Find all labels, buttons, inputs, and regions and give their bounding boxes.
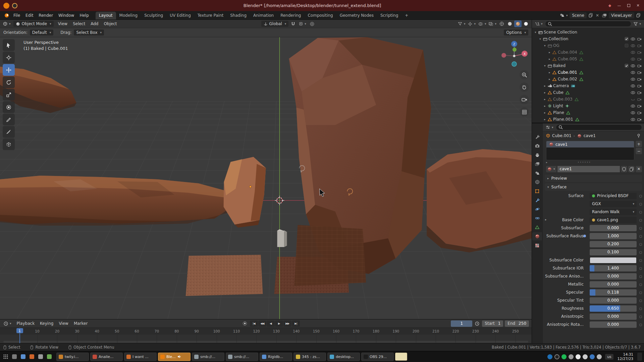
taskbar-app-345-zs[interactable]: 345 : zs... bbox=[293, 353, 326, 361]
outliner-row-camera[interactable]: ▸Camera bbox=[532, 82, 644, 89]
axis-negx-ball[interactable] bbox=[501, 53, 506, 58]
app-badge-icon[interactable] bbox=[12, 3, 17, 8]
ground-plane-left[interactable] bbox=[186, 255, 263, 296]
shadow-grid-mesh[interactable] bbox=[294, 225, 366, 286]
properties-tab-physics[interactable] bbox=[533, 205, 542, 213]
spotify-tray-icon[interactable] bbox=[561, 354, 567, 359]
shading-wireframe-button[interactable] bbox=[498, 20, 505, 27]
jump-to-start-button[interactable]: |◀ bbox=[250, 320, 258, 327]
prop-field-roughness[interactable]: 0.650 bbox=[590, 305, 637, 312]
overlays-button[interactable]: ▾ bbox=[477, 21, 487, 26]
keyframe-decorator-icon[interactable]: ○ bbox=[637, 266, 644, 270]
properties-tab-texture[interactable] bbox=[533, 241, 542, 249]
keyframe-decorator-icon[interactable]: ○ bbox=[637, 250, 644, 254]
disable-render-icon[interactable] bbox=[637, 111, 642, 114]
outliner-row-light[interactable]: ▸Light bbox=[532, 103, 644, 109]
keyframe-decorator-icon[interactable]: ○ bbox=[637, 218, 644, 222]
properties-editor-type-button[interactable]: ▾ bbox=[545, 125, 554, 130]
files-icon[interactable] bbox=[19, 353, 27, 360]
navigation-gizmo[interactable]: Z X bbox=[500, 39, 528, 69]
prop-field-base-color[interactable]: cave1.png bbox=[590, 217, 637, 223]
properties-tab-modifiers[interactable] bbox=[533, 196, 542, 204]
play-button[interactable]: ▶ bbox=[275, 320, 283, 327]
prop-field-subsurface-color[interactable] bbox=[590, 257, 637, 263]
hide-eye-icon[interactable] bbox=[630, 105, 636, 108]
end-frame-field[interactable]: End250 bbox=[505, 320, 529, 327]
preview-panel-header[interactable]: ▸ Preview bbox=[545, 175, 642, 182]
menu-help[interactable]: Help bbox=[77, 12, 91, 19]
3d-scene[interactable] bbox=[0, 37, 532, 319]
expander-icon[interactable]: ▸ bbox=[543, 118, 547, 121]
options-dropdown[interactable]: Options▾ bbox=[504, 29, 528, 36]
properties-tab-scene[interactable] bbox=[533, 169, 542, 177]
viewport-menu-object[interactable]: Object bbox=[101, 20, 119, 27]
viewport-menu-add[interactable]: Add bbox=[88, 20, 101, 27]
expander-icon[interactable]: ▸ bbox=[547, 51, 552, 54]
outliner-row-baked[interactable]: ▾Baked bbox=[532, 62, 644, 69]
clock[interactable]: 14:31 12/27/23 bbox=[618, 352, 633, 361]
3d-viewport[interactable]: User Perspective (1) Baked | Cube.001 Z … bbox=[0, 37, 532, 319]
transform-orientation-selector[interactable]: Global▾ bbox=[261, 21, 289, 27]
show-apps-icon[interactable] bbox=[11, 353, 18, 360]
prev-keyframe-button[interactable]: ◀◀ bbox=[258, 320, 266, 327]
taskbar-app-obs-29[interactable]: OBS 29... bbox=[361, 353, 394, 361]
breadcrumb-object[interactable]: Cube.001 bbox=[552, 133, 572, 138]
shading-rendered-button[interactable] bbox=[522, 20, 530, 27]
outliner-filter-button[interactable]: ▾ bbox=[633, 21, 642, 26]
pin-id-button[interactable] bbox=[636, 133, 641, 139]
small-box-object[interactable] bbox=[277, 229, 287, 247]
browser-icon[interactable] bbox=[28, 353, 36, 360]
material-slot-item[interactable]: cave1 bbox=[546, 141, 634, 147]
menu-edit[interactable]: Edit bbox=[23, 12, 36, 19]
unlink-scene-button[interactable]: ✕ bbox=[595, 12, 600, 18]
viewport-menu-select[interactable]: Select bbox=[70, 20, 88, 27]
expander-icon[interactable]: ▸ bbox=[543, 104, 547, 108]
vector-decorator-icon[interactable] bbox=[583, 235, 586, 237]
outliner-row-cube-002[interactable]: ▸Cube.002 bbox=[532, 76, 644, 82]
bluetooth-tray-icon[interactable] bbox=[590, 354, 595, 359]
hide-eye-icon[interactable] bbox=[630, 78, 636, 81]
hide-eye-icon[interactable] bbox=[630, 118, 636, 121]
timeline-track[interactable] bbox=[0, 335, 532, 343]
keyframe-decorator-icon[interactable]: ○ bbox=[637, 194, 644, 198]
breadcrumb-material[interactable]: cave1 bbox=[584, 133, 596, 138]
shading-solid-button[interactable] bbox=[506, 20, 514, 27]
workspace-tab-layout[interactable]: Layout bbox=[96, 12, 116, 19]
keyframe-decorator-icon[interactable]: ○ bbox=[637, 234, 644, 238]
expander-icon[interactable]: ▸ bbox=[543, 111, 547, 114]
surface-panel-header[interactable]: ▾ Surface bbox=[545, 183, 642, 191]
outliner-row-cube-001[interactable]: ▸Cube.001 bbox=[532, 69, 644, 76]
jump-to-end-button[interactable]: ▶| bbox=[292, 320, 300, 327]
hide-eye-icon[interactable] bbox=[630, 44, 636, 47]
outliner-editor-type-button[interactable]: ▾ bbox=[534, 21, 544, 26]
show-apps-button[interactable] bbox=[2, 353, 9, 360]
transform-tool-button[interactable] bbox=[3, 101, 15, 113]
outliner-row-plane[interactable]: ▸Plane bbox=[532, 109, 644, 116]
hide-eye-icon[interactable] bbox=[630, 111, 636, 114]
disable-render-icon[interactable] bbox=[637, 98, 642, 101]
expander-icon[interactable]: ▸ bbox=[547, 77, 552, 81]
new-scene-button[interactable] bbox=[588, 12, 594, 18]
timeline-scrollbar[interactable] bbox=[3, 341, 528, 343]
keyframe-decorator-icon[interactable]: ○ bbox=[637, 315, 644, 318]
pan-button[interactable] bbox=[520, 82, 529, 92]
menu-render[interactable]: Render bbox=[36, 12, 56, 19]
rotate-tool-button[interactable] bbox=[3, 76, 15, 88]
expander-icon[interactable]: ▸ bbox=[543, 98, 547, 101]
minimize-button[interactable]: — bbox=[616, 3, 622, 8]
auto-keying-button[interactable] bbox=[241, 320, 248, 326]
remove-slot-button[interactable]: − bbox=[636, 148, 642, 154]
expand-icon[interactable]: ▸ bbox=[545, 218, 547, 221]
workspace-tab-rendering[interactable]: Rendering bbox=[277, 12, 304, 19]
blender-logo-icon[interactable] bbox=[3, 3, 9, 9]
outliner-row-cube-003[interactable]: ▸Cube.003 bbox=[532, 96, 644, 103]
new-material-button[interactable] bbox=[628, 166, 635, 172]
taskbar-app-ble[interactable]: Ble... bbox=[158, 353, 191, 361]
keyframe-decorator-icon[interactable]: ○ bbox=[637, 258, 644, 262]
hide-eye-icon[interactable] bbox=[630, 91, 636, 94]
exclude-checkbox[interactable] bbox=[624, 64, 629, 68]
properties-tab-constraints[interactable] bbox=[533, 214, 542, 222]
volume-tray-icon[interactable] bbox=[583, 354, 588, 359]
current-frame-field[interactable]: 1 bbox=[451, 320, 472, 327]
disable-render-icon[interactable] bbox=[637, 58, 642, 61]
